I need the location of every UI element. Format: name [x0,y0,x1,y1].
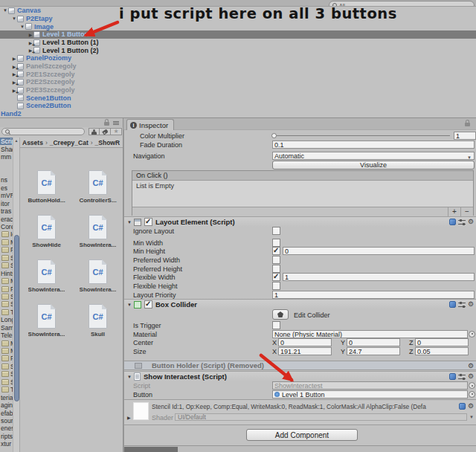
project-folder-item[interactable]: Sc [0,363,13,370]
hierarchy-item[interactable]: ▼ Image [0,22,476,30]
asset-item[interactable]: C# ControllerS... [72,170,123,204]
project-folder-item[interactable]: Long [0,316,13,323]
property-checkbox[interactable] [272,227,280,235]
property-checkbox[interactable] [272,239,280,247]
size-z-field[interactable]: 0.05 [415,347,469,355]
project-folder-item[interactable]: Ma [0,277,13,285]
property-checkbox[interactable] [272,256,280,264]
project-folder-item[interactable]: Mo [0,347,13,355]
scrollbar-thumb[interactable] [14,235,19,401]
hierarchy-item[interactable]: ▶ Level 1 Button (2) [0,46,476,54]
foldout-icon[interactable]: ▼ [19,25,25,29]
asset-item[interactable]: C# ShowIntera... [21,259,72,293]
project-folder-item[interactable]: efabs [0,409,13,416]
property-checkbox[interactable] [272,265,280,273]
hierarchy-item[interactable]: ▶ PanelPoziomy [0,54,476,62]
project-folder-item[interactable]: Sh [0,300,13,308]
size-x-field[interactable]: 191.21 [278,347,332,355]
project-folder-item[interactable]: Scrip [0,138,13,145]
button-holder-removed-header[interactable]: Button Holder (Script) (Removed) ⚙ [124,361,476,370]
help-book-icon[interactable] [449,301,456,308]
foldout-icon[interactable]: ▼ [2,8,8,13]
property-value-field[interactable]: 1 [272,291,475,299]
object-picker-icon[interactable] [469,391,475,398]
project-folder-item[interactable]: Ma [0,339,13,346]
help-book-icon[interactable] [449,373,456,380]
asset-item[interactable]: C# Skull [72,304,123,338]
hierarchy-item[interactable]: Scene2Button [0,102,476,110]
search-by-label-button[interactable] [100,128,111,135]
fade-duration-field[interactable]: 0.1 [272,141,475,149]
object-picker-icon[interactable] [469,382,475,389]
breadcrumb-segment[interactable]: _Creepy_Cat [50,139,95,146]
property-value-field[interactable]: 1 [283,273,475,281]
project-folder-item[interactable]: teria [0,393,13,401]
remove-list-entry-button[interactable]: − [460,207,473,216]
project-folder-item[interactable] [0,161,13,168]
show-interactest-header[interactable]: ▼ Show Interactest (Script) ⚙ [124,371,476,381]
component-enabled-checkbox[interactable] [144,218,152,226]
asset-item[interactable]: C# ShowIntera... [21,304,72,338]
project-folder-item[interactable]: mm [0,153,13,161]
hierarchy-item[interactable]: ▶ Level 1 Button (1) [0,39,476,47]
project-folder-item[interactable]: enes [0,424,13,432]
gear-icon[interactable]: ⚙ [468,403,474,410]
object-picker-icon[interactable] [469,331,475,338]
project-folder-item[interactable]: ripts [0,433,13,440]
hierarchy-item[interactable]: Scene1Button [0,94,476,102]
hierarchy-item[interactable]: Hand2 [0,110,476,118]
is-trigger-checkbox[interactable] [272,321,280,329]
project-search-input[interactable] [1,128,85,135]
box-collider-header[interactable]: ▼ Box Collider ⚙ [124,299,476,309]
project-folder-item[interactable]: Sc [0,378,13,386]
property-checkbox[interactable] [272,247,280,255]
help-book-icon[interactable] [449,219,456,225]
layout-element-header[interactable]: ▼ Layout Element (Script) ⚙ [124,216,476,227]
add-list-entry-button[interactable]: + [448,207,460,216]
scroll-up-arrow[interactable]: ▲ [13,138,19,144]
help-book-icon[interactable] [459,403,466,410]
visualize-button[interactable]: Visualize [272,161,475,170]
project-folder-item[interactable]: Pr [0,246,13,254]
project-folder-item[interactable]: Sh [0,370,13,378]
project-folder-item[interactable]: Pr [0,355,13,362]
project-folder-item[interactable]: es [0,184,13,192]
foldout-icon[interactable]: ▶ [11,56,17,61]
project-folder-item[interactable]: Sh [0,262,13,269]
project-folder-item[interactable]: Pr [0,285,13,292]
color-multiplier-value[interactable]: 1 [454,132,476,140]
project-folder-item[interactable]: agins [0,401,13,409]
project-folder-item[interactable]: itor [0,200,13,207]
gear-icon[interactable]: ⚙ [468,301,474,308]
size-y-field[interactable]: 24.7 [347,347,400,355]
search-favorites-button[interactable]: ★ [111,128,122,135]
project-folder-item[interactable]: ns [0,176,13,184]
material-field[interactable]: None (Physic Material) [272,330,468,338]
button-ref-field[interactable]: Level 1 Button [272,390,468,398]
gear-icon[interactable]: ⚙ [468,373,474,380]
foldout-icon[interactable]: ▼ [127,375,133,379]
hierarchy-item[interactable]: ▶ P2E2Szczegoly [0,78,476,86]
project-folder-item[interactable]: sour [0,417,13,424]
project-folder-item[interactable]: Shad [0,145,13,152]
search-by-type-button[interactable] [89,128,100,135]
foldout-icon[interactable]: ▶ [28,32,33,37]
center-y-field[interactable]: 0 [347,338,400,346]
project-folder-item[interactable]: Te [0,386,13,393]
panel-menu-icon[interactable] [113,121,119,122]
center-x-field[interactable]: 0 [278,338,332,346]
project-folder-item[interactable]: Sc [0,254,13,262]
project-folder-item[interactable]: Sc [0,293,13,300]
project-folder-item[interactable]: Hints [0,269,13,277]
project-folder-item[interactable]: xtur [0,440,13,448]
asset-item[interactable]: C# ButtonHold... [21,170,72,204]
edit-collider-button[interactable] [272,309,289,320]
asset-item[interactable]: C# ShowIntera... [72,215,123,248]
gear-icon[interactable]: ⚙ [468,219,474,225]
property-checkbox[interactable] [272,273,280,281]
navigation-dropdown[interactable]: Automatic▼ [272,152,475,160]
project-folder-item[interactable]: Tele [0,332,13,339]
inspector-lock-icon[interactable] [465,123,470,126]
presets-icon[interactable] [458,302,466,308]
project-folder-item[interactable]: tras [0,207,13,215]
